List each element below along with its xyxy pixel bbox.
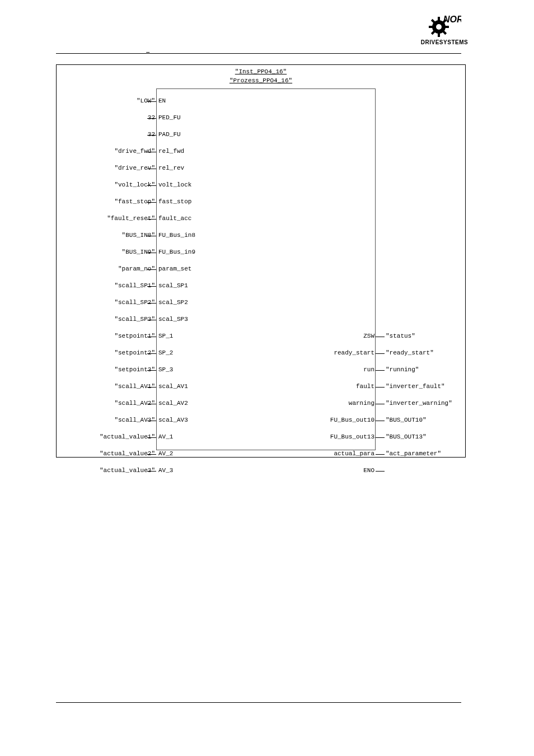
footer-rule [56,702,461,703]
pin-scal-sp1: "scall_SP1"scal_SP1 [57,282,465,290]
pin-fault: fault"inverter_fault" [57,383,465,391]
svg-rect-4 [444,26,449,28]
pin-rel-fwd: "drive_fwd"rel_fwd [57,148,465,156]
pin-bus-in8: "BUS_IN8"FU_Bus_in8 [57,232,465,240]
pin-bus-in9: "BUS_IN9"FU_Bus_in9 [57,249,465,256]
pin-param-set: "param_no"param_set [57,265,465,273]
pin-zsw: ZSW"status" [57,333,465,340]
page-header: – [56,0,472,53]
brand-logo: NORD DRIVESYSTEMS [416,11,472,45]
pin-en: "LOW"EN [57,97,465,105]
header-dash: – [146,48,150,57]
pin-actual-para: actual_para"act_parameter" [57,450,465,458]
pin-bus-out10: FU_Bus_out10"BUS_OUT10" [57,417,465,424]
block-type-name: "Prozess_PPO4_16" [57,77,465,84]
pin-ped-fu: 32PED_FU [57,114,465,122]
gear-icon: NORD [428,11,461,38]
pin-pad-fu: 32PAD_FU [57,131,465,139]
pin-fast-stop: "fast_stop"fast_stop [57,198,465,206]
pin-eno: ENO [57,467,465,475]
pin-bus-out13: FU_Bus_out13"BUS_OUT13" [57,433,465,441]
logo-subtext: DRIVESYSTEMS [416,39,472,45]
pin-run: run"running" [57,366,465,374]
pin-warning: warning"inverter_warning" [57,400,465,408]
pin-ready-start: ready_start"ready_start" [57,349,465,357]
pin-rel-rev: "drive_rev"rel_rev [57,165,465,172]
pin-fault-acc: "fault_reset"fault_acc [57,215,465,223]
pin-scal-sp2: "scall_SP2"scal_SP2 [57,299,465,307]
function-block-diagram: "Inst_PPO4_16" "Prozess_PPO4_16" "LOW"EN… [56,64,466,458]
header-rule [56,53,461,54]
svg-rect-1 [438,17,440,21]
pin-scal-sp3: "scall_SP3"scal_SP3 [57,316,465,324]
svg-rect-3 [429,26,433,28]
svg-rect-2 [438,32,440,37]
pin-volt-lock: "volt_lock"volt_lock [57,181,465,189]
logo-word: NORD [443,15,461,24]
svg-point-9 [436,24,442,30]
block-instance-name: "Inst_PPO4_16" [57,68,465,75]
